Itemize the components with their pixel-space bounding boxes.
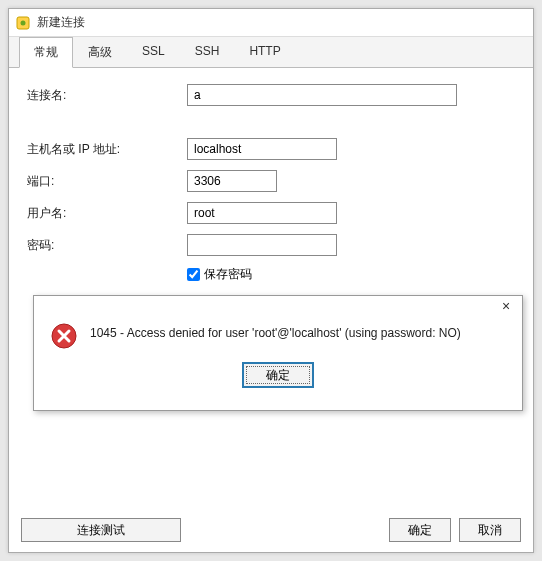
error-message: 1045 - Access denied for user 'root'@'lo… xyxy=(90,322,461,340)
password-input[interactable] xyxy=(187,234,337,256)
tab-advanced[interactable]: 高级 xyxy=(73,37,127,68)
test-connection-button[interactable]: 连接测试 xyxy=(21,518,181,542)
error-icon xyxy=(50,322,78,350)
tabs: 常规 高级 SSL SSH HTTP xyxy=(9,37,533,68)
tab-general[interactable]: 常规 xyxy=(19,37,73,68)
tab-ssh[interactable]: SSH xyxy=(180,37,235,68)
port-label: 端口: xyxy=(27,173,187,190)
titlebar: 新建连接 xyxy=(9,9,533,37)
conn-name-input[interactable] xyxy=(187,84,457,106)
cancel-button[interactable]: 取消 xyxy=(459,518,521,542)
user-label: 用户名: xyxy=(27,205,187,222)
app-icon xyxy=(15,15,31,31)
close-icon[interactable]: × xyxy=(496,298,516,316)
svg-point-1 xyxy=(21,20,26,25)
window-title: 新建连接 xyxy=(37,14,85,31)
dialog-titlebar: × xyxy=(34,296,522,318)
conn-name-label: 连接名: xyxy=(27,87,187,104)
tab-http[interactable]: HTTP xyxy=(234,37,295,68)
user-input[interactable] xyxy=(187,202,337,224)
save-password-checkbox[interactable] xyxy=(187,268,200,281)
host-label: 主机名或 IP 地址: xyxy=(27,141,187,158)
bottom-bar: 连接测试 确定 取消 xyxy=(21,518,521,542)
tab-ssl[interactable]: SSL xyxy=(127,37,180,68)
host-input[interactable] xyxy=(187,138,337,160)
error-dialog: × 1045 - Access denied for user 'root'@'… xyxy=(33,295,523,411)
form-area: 连接名: 主机名或 IP 地址: 端口: 用户名: 密码: 保存密码 xyxy=(9,68,533,299)
ok-button[interactable]: 确定 xyxy=(389,518,451,542)
save-password-label: 保存密码 xyxy=(204,266,252,283)
dialog-ok-button[interactable]: 确定 xyxy=(242,362,314,388)
password-label: 密码: xyxy=(27,237,187,254)
port-input[interactable] xyxy=(187,170,277,192)
new-connection-window: 新建连接 常规 高级 SSL SSH HTTP 连接名: 主机名或 IP 地址:… xyxy=(8,8,534,553)
